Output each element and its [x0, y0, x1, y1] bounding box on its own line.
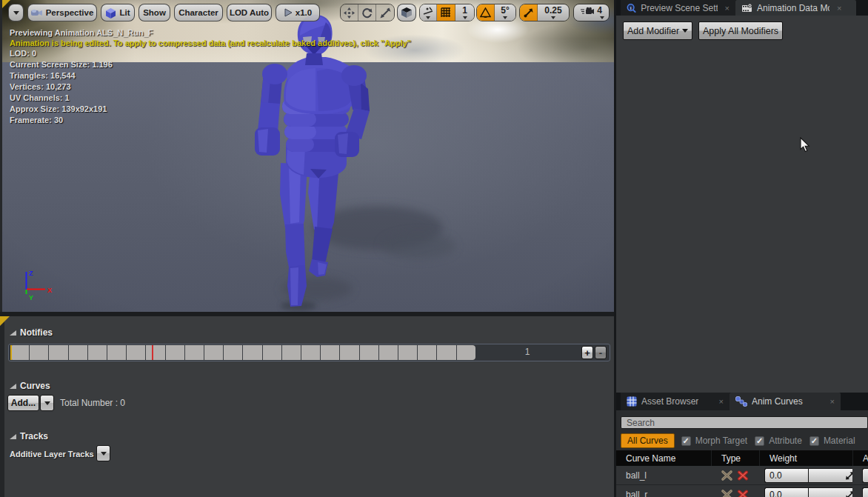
mouse-cursor	[800, 137, 810, 153]
curve-row-ball-r[interactable]: ball_r 0.0	[616, 485, 868, 497]
notify-cell[interactable]	[321, 345, 340, 360]
surface-snap-button[interactable]	[420, 4, 437, 21]
notify-cell[interactable]	[185, 345, 204, 360]
notify-cell[interactable]	[10, 345, 30, 360]
viewport-3d[interactable]: Z X Y Previewing Animation ALS_N_Run_F A…	[0, 0, 614, 312]
notify-cell[interactable]	[379, 345, 398, 360]
move-tool-button[interactable]	[341, 4, 358, 21]
notify-cell[interactable]	[398, 345, 418, 360]
rotation-snap-toggle[interactable]	[477, 4, 495, 21]
notify-cell[interactable]	[224, 345, 243, 360]
morph-target-filter[interactable]: ✓ Morph Target	[681, 436, 747, 446]
add-modifier-label: Add Modifier	[627, 26, 679, 36]
close-icon[interactable]: ×	[725, 4, 730, 13]
weight-spinbox[interactable]: 0.0	[764, 468, 808, 483]
perspective-button[interactable]: Perspective	[27, 4, 97, 21]
curves-add-label: Add...	[11, 398, 36, 408]
close-icon[interactable]: ×	[719, 397, 724, 406]
tab-preview-scene-settings[interactable]: i Preview Scene Sett ×	[621, 0, 735, 16]
viewport-options-dropdown[interactable]	[8, 4, 24, 21]
coordinate-space-button[interactable]	[397, 4, 416, 21]
anim-curves-panel: Asset Browser × Anim Curves × Search All…	[616, 393, 868, 497]
overlay-edit-warning: Animation is being edited. To apply to c…	[10, 39, 411, 47]
notify-cell[interactable]	[69, 345, 88, 360]
lit-button[interactable]: Lit	[101, 4, 135, 21]
header-auto[interactable]: Auto	[852, 450, 868, 466]
search-input[interactable]: Search	[621, 416, 868, 429]
diagonal-resize-icon	[846, 472, 852, 480]
scale-snap-value-button[interactable]: 0.25	[538, 4, 569, 21]
notifies-cells[interactable]	[10, 345, 475, 360]
tab-anim-curves[interactable]: Anim Curves ×	[730, 393, 841, 410]
apply-all-modifiers-button[interactable]: Apply All Modifiers	[698, 21, 783, 40]
notify-cell[interactable]	[127, 345, 146, 360]
overlay-triangles: Triangles: 16,544	[10, 71, 76, 80]
close-icon[interactable]: ×	[837, 4, 841, 13]
notify-cell[interactable]	[418, 345, 437, 360]
character-left-arm	[255, 64, 287, 156]
header-type[interactable]: Type	[711, 450, 759, 466]
location-snap-group: 1	[419, 4, 475, 21]
header-weight[interactable]: Weight	[759, 450, 852, 466]
weight-spinbox[interactable]: 0.0	[764, 487, 808, 497]
notify-cell[interactable]	[243, 345, 262, 360]
curve-row-ball-l[interactable]: ball_l 0.0	[616, 466, 868, 485]
tracks-section-header[interactable]: Tracks	[10, 431, 48, 441]
notify-cell[interactable]	[88, 345, 107, 360]
additive-layer-tracks-dropdown[interactable]	[96, 445, 110, 461]
notify-cell[interactable]	[204, 345, 224, 360]
tab-asset-browser[interactable]: Asset Browser ×	[621, 393, 730, 410]
material-filter[interactable]: ✓ Material	[809, 436, 855, 446]
remove-notify-track-button[interactable]: -	[595, 346, 607, 359]
scale-tool-button[interactable]	[376, 4, 394, 21]
add-modifier-button[interactable]: Add Modifier	[623, 21, 692, 40]
notify-cell[interactable]	[301, 345, 321, 360]
playback-speed-button[interactable]: x1.0	[276, 4, 320, 21]
camera-speed-button[interactable]: 4	[574, 4, 609, 21]
lod-auto-button[interactable]: LOD Auto	[227, 4, 272, 21]
overlay-screen-size: Current Screen Size: 1.196	[10, 60, 113, 69]
notifies-section-header[interactable]: Notifies	[10, 327, 53, 338]
curves-add-button[interactable]: Add...	[7, 395, 39, 411]
notify-cell[interactable]	[457, 345, 475, 360]
auto-checkbox-stub[interactable]	[862, 468, 868, 483]
notify-cell[interactable]	[107, 345, 127, 360]
notify-cell[interactable]	[263, 345, 282, 360]
playhead-marker[interactable]	[152, 345, 153, 360]
curves-add-dropdown[interactable]	[40, 395, 54, 411]
notify-cell[interactable]	[360, 345, 379, 360]
rotate-tool-button[interactable]	[358, 4, 376, 21]
close-icon[interactable]: ×	[830, 397, 835, 406]
notify-cell[interactable]	[437, 345, 456, 360]
auto-checkbox-stub[interactable]	[862, 487, 868, 497]
svg-text:i: i	[630, 4, 632, 10]
notify-cell[interactable]	[30, 345, 49, 360]
add-notify-track-button[interactable]: +	[581, 346, 593, 359]
notifies-track[interactable]: 1 + -	[8, 344, 610, 361]
notify-cell[interactable]	[166, 345, 185, 360]
all-curves-filter-button[interactable]: All Curves	[621, 433, 675, 448]
checkbox-checked-icon[interactable]: ✓	[809, 436, 819, 446]
notify-cell[interactable]	[282, 345, 301, 360]
show-button[interactable]: Show	[138, 4, 170, 21]
tab-label: Preview Scene Sett	[641, 3, 717, 13]
notify-cell[interactable]	[340, 345, 359, 360]
curve-table-header[interactable]: Curve Name Type Weight Auto	[616, 450, 868, 466]
attribute-filter[interactable]: ✓ Attribute	[755, 436, 802, 446]
weight-expand-box[interactable]	[808, 487, 852, 497]
character-button[interactable]: Character	[174, 4, 223, 21]
tab-animation-data-modifiers[interactable]: Animation Data Mo ×	[735, 0, 856, 16]
all-curves-label: All Curves	[627, 436, 668, 446]
header-curve-name[interactable]: Curve Name	[616, 450, 711, 466]
rotation-snap-group: 5°	[476, 4, 516, 21]
scale-snap-toggle[interactable]	[520, 4, 538, 21]
grid-snap-toggle[interactable]	[437, 4, 455, 21]
checkbox-checked-icon[interactable]: ✓	[755, 436, 764, 446]
weight-expand-box[interactable]	[808, 468, 852, 483]
notify-cell[interactable]	[146, 345, 165, 360]
checkbox-checked-icon[interactable]: ✓	[681, 436, 691, 446]
rotation-snap-value-button[interactable]: 5°	[495, 4, 515, 21]
curves-section-header[interactable]: Curves	[10, 381, 50, 391]
notify-cell[interactable]	[49, 345, 68, 360]
grid-snap-value-button[interactable]: 1	[455, 4, 474, 21]
